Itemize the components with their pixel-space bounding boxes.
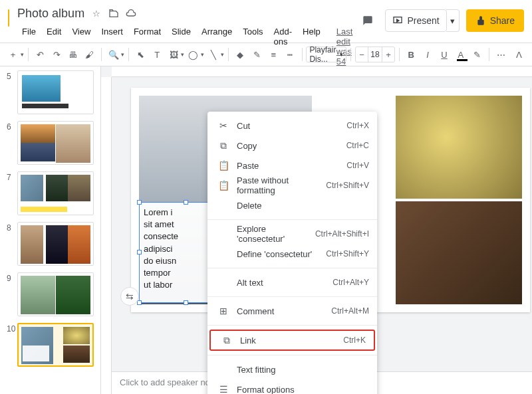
font-size-control: − 18 + [355, 47, 395, 62]
undo-button[interactable]: ↶ [33, 45, 48, 64]
ctx-icon: ☰ [215, 384, 231, 394]
slide-image-top-right[interactable] [396, 96, 522, 199]
font-family-select[interactable]: Playfair Dis...▾ [306, 47, 346, 62]
print-button[interactable]: 🖶 [65, 45, 80, 64]
toolbar: +▾ ↶ ↷ 🖶 🖌 🔍▾ ⬉ T 🖼▾ ◯▾ ╲▾ ◆ ✎ ≡ ┅ Playf… [0, 43, 532, 66]
ctx-icon: ✂ [215, 120, 231, 131]
ctx-format-options[interactable]: ☰Format options [207, 379, 377, 394]
resize-handle[interactable] [184, 200, 188, 205]
ctx-label: Comment [237, 306, 331, 316]
slides-logo-icon[interactable] [8, 9, 9, 27]
ctx-icon: 📋 [215, 160, 231, 171]
ctx-paste[interactable]: 📋PasteCtrl+V [207, 155, 377, 175]
filmstrip[interactable]: 5 6 7 8 9 10 [0, 66, 101, 394]
ctx-label: Define 'consectetur' [237, 249, 326, 259]
resize-handle[interactable] [137, 200, 142, 205]
ctx-label: Alt text [237, 278, 332, 288]
ctx-icon: ⧉ [215, 140, 231, 151]
textbox-tool[interactable]: T [150, 45, 165, 64]
ctx-label: Paste [237, 161, 346, 171]
slide-thumb-7[interactable]: 7 [7, 171, 94, 215]
present-dropdown[interactable]: ▾ [446, 9, 460, 32]
slide-thumb-6[interactable]: 6 [7, 121, 94, 165]
ctx-alt-text[interactable]: Alt textCtrl+Alt+Y [207, 272, 377, 292]
slide-thumb-8[interactable]: 8 [7, 222, 94, 266]
ctx-label: Paste without formatting [237, 175, 326, 195]
ctx-cut[interactable]: ✂CutCtrl+X [207, 116, 377, 136]
ctx-shortcut: Ctrl+C [346, 141, 369, 150]
slide-thumb-9[interactable]: 9 [7, 272, 94, 316]
ctx-shortcut: Ctrl+V [346, 161, 369, 170]
ctx-label: Copy [237, 141, 346, 151]
vertical-ruler [101, 77, 112, 394]
line-tool[interactable]: ╲ [205, 45, 221, 64]
share-label: Share [490, 15, 515, 26]
ctx-shortcut: Ctrl+X [346, 121, 369, 130]
ctx-paste-without-formatting[interactable]: 📋Paste without formattingCtrl+Shift+V [207, 175, 377, 195]
text-color-button[interactable]: A [453, 45, 468, 64]
resize-handle[interactable] [137, 250, 142, 254]
slide-canvas[interactable]: Lorem i sit amet consecte adipisci do ei… [131, 88, 530, 312]
bold-button[interactable]: B [404, 45, 419, 64]
present-button[interactable]: Present [385, 9, 446, 32]
ctx-copy[interactable]: ⧉CopyCtrl+C [207, 136, 377, 155]
ctx-label: Delete [237, 201, 369, 211]
ctx-link[interactable]: ⧉LinkCtrl+K [209, 330, 375, 351]
ctx-label: Format options [237, 385, 369, 395]
comments-button[interactable] [357, 10, 378, 31]
ctx-explore-consectetur-[interactable]: Explore 'consectetur'Ctrl+Alt+Shift+I [207, 224, 377, 244]
italic-button[interactable]: I [420, 45, 436, 64]
ctx-text-fitting[interactable]: Text fitting [207, 359, 377, 379]
ctx-shortcut: Ctrl+Alt+Y [332, 278, 369, 287]
context-menu: ✂CutCtrl+X⧉CopyCtrl+C📋PasteCtrl+V📋Paste … [207, 112, 377, 394]
ctx-delete[interactable]: Delete [207, 195, 377, 215]
ctx-comment[interactable]: ⊞CommentCtrl+Alt+M [207, 301, 377, 321]
ctx-label: Cut [237, 121, 346, 131]
canvas-area: Lorem i sit amet consecte adipisci do ei… [101, 66, 532, 394]
shape-tool[interactable]: ◯ [186, 45, 201, 64]
text-box-content: Lorem i sit amet consecte adipisci do ei… [144, 207, 178, 290]
border-color-button[interactable]: ✎ [249, 45, 265, 64]
border-weight-button[interactable]: ≡ [266, 45, 281, 64]
ctx-shortcut: Ctrl+Shift+V [326, 181, 369, 190]
horizontal-ruler [112, 66, 532, 77]
slide-thumb-10[interactable]: 10 [7, 323, 94, 367]
share-button[interactable]: Share [466, 9, 524, 32]
ctx-label: Link [240, 336, 343, 345]
slide-thumb-5[interactable]: 5 [7, 70, 94, 114]
explore-icon[interactable]: ⇆ [120, 287, 139, 306]
highlight-button[interactable]: ✎ [469, 45, 485, 64]
select-tool[interactable]: ⬉ [133, 45, 148, 64]
ctx-label: Explore 'consectetur' [237, 224, 315, 244]
font-size-decrease[interactable]: − [356, 50, 368, 60]
ctx-icon: ⊞ [215, 306, 231, 316]
paint-format-button[interactable]: 🖌 [82, 45, 97, 64]
cloud-icon[interactable] [126, 8, 136, 19]
header: Photo album ☆ File Edit View Insert Form… [0, 0, 532, 43]
ctx-icon: 📋 [215, 180, 231, 191]
main: 5 6 7 8 9 10 Lorem i sit amet consecte a… [0, 66, 532, 394]
font-size-increase[interactable]: + [382, 50, 394, 60]
doc-title[interactable]: Photo album [17, 7, 84, 21]
more-button[interactable]: ⋯ [493, 45, 509, 64]
ctx-shortcut: Ctrl+Shift+Y [326, 249, 369, 258]
ctx-shortcut: Ctrl+Alt+M [331, 306, 369, 316]
border-dash-button[interactable]: ┅ [283, 45, 298, 64]
underline-button[interactable]: U [437, 45, 452, 64]
font-size-value[interactable]: 18 [368, 47, 382, 62]
new-slide-button[interactable]: + [5, 45, 21, 64]
move-icon[interactable] [108, 8, 119, 19]
fill-color-button[interactable]: ◆ [233, 45, 248, 64]
ctx-define-consectetur-[interactable]: Define 'consectetur'Ctrl+Shift+Y [207, 244, 377, 264]
ctx-label: Text fitting [237, 365, 369, 375]
present-label: Present [407, 15, 439, 26]
header-right: Present ▾ Share [357, 9, 524, 32]
ctx-shortcut: Ctrl+Alt+Shift+I [315, 229, 369, 239]
resize-handle[interactable] [184, 300, 188, 305]
star-icon[interactable]: ☆ [91, 8, 102, 19]
hide-menus-button[interactable]: ᐱ [511, 45, 527, 64]
image-tool[interactable]: 🖼 [166, 45, 182, 64]
zoom-button[interactable]: 🔍 [106, 45, 121, 64]
slide-image-bottom-right[interactable] [396, 201, 522, 304]
redo-button[interactable]: ↷ [49, 45, 65, 64]
